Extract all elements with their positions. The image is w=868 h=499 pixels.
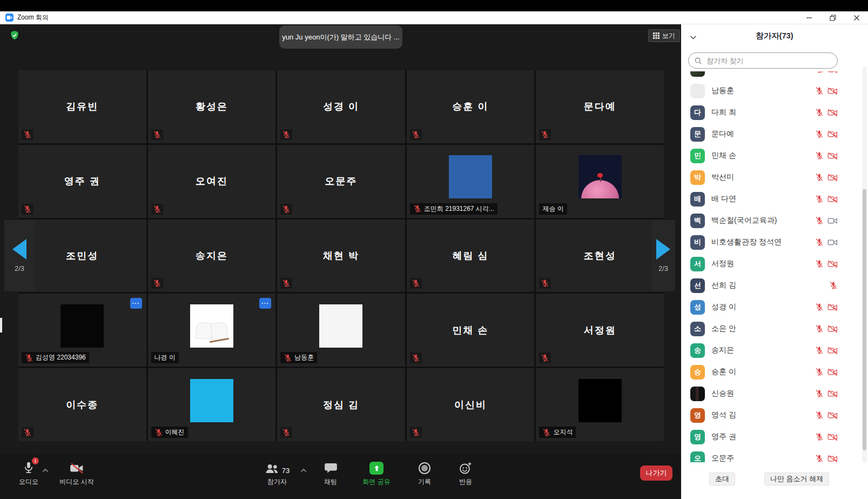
participant-row[interactable]: 백백순철(국어교육과) [681, 210, 841, 231]
invite-button[interactable]: 초대 [709, 473, 735, 485]
participant-row[interactable]: 영영주 권 [681, 426, 841, 448]
tile-name-label: 남동훈 [280, 352, 317, 363]
tile-mic-muted-icon [410, 352, 422, 363]
participant-row[interactable] [681, 71, 841, 80]
chat-button[interactable]: 채팅 [315, 460, 346, 487]
video-tile[interactable]: 혜림 심 [407, 219, 535, 292]
participants-button[interactable]: 73 참가자 [258, 460, 296, 487]
minimize-button[interactable] [805, 14, 813, 22]
tile-participant-name: 민채 손 [407, 294, 535, 367]
video-tile[interactable]: 오문주 [277, 145, 405, 218]
tile-mic-muted-icon [151, 204, 163, 215]
reactions-button[interactable]: 반응 [449, 460, 482, 487]
close-icon[interactable] [853, 14, 860, 22]
participant-row[interactable]: 소소은 안 [681, 318, 841, 340]
participant-search-box[interactable] [688, 52, 838, 69]
video-muted-icon [827, 130, 838, 138]
video-tile[interactable]: 승훈 이 [407, 70, 535, 143]
participant-row[interactable]: 문문다예 [681, 123, 841, 145]
participant-row[interactable]: 오오문주 [681, 448, 841, 462]
video-tile[interactable]: 성경 이 [277, 70, 405, 143]
page-indicator: 2/3 [658, 264, 668, 272]
participant-search-input[interactable] [705, 56, 832, 65]
video-tile[interactable]: 김성영 22034396··· [18, 294, 146, 367]
video-tile[interactable]: 제승 이 [536, 145, 664, 218]
security-shield-icon[interactable] [10, 30, 19, 43]
grid-next-page-button[interactable]: 2/3 [651, 220, 675, 291]
participant-row[interactable]: 민민채 손 [681, 145, 841, 167]
video-tile[interactable]: 김유빈 [18, 70, 146, 143]
participant-row[interactable]: 승승훈 이 [681, 361, 841, 383]
tile-name-label: 오지석 [539, 427, 576, 438]
video-tile[interactable]: 나경 이··· [148, 294, 276, 367]
zoom-app-icon [5, 14, 14, 22]
participant-row[interactable]: 선선희 김 [681, 275, 841, 296]
video-tile[interactable]: 이신비 [407, 368, 535, 441]
video-tile[interactable]: 조민희 21931267 시각... [407, 145, 535, 218]
view-button[interactable]: 보기 [648, 29, 680, 42]
participants-panel-footer: 초대 나만 음소거 해제 [681, 462, 868, 499]
video-tile[interactable]: 영주 권 [18, 145, 146, 218]
share-screen-button[interactable]: 화면 공유 [355, 460, 398, 487]
video-tile[interactable]: 채현 박 [277, 219, 405, 292]
video-tile[interactable]: 조현성 [536, 219, 664, 292]
participant-row[interactable]: 배배 다연 [681, 188, 841, 210]
tile-participant-name: 김성영 22034396 [36, 353, 86, 362]
tile-participant-name: 송지은 [148, 219, 276, 292]
participant-name: 신승원 [711, 389, 815, 398]
video-tile[interactable]: 서정원 [536, 294, 664, 367]
participant-name: 비호생활관장 정석연 [711, 237, 815, 247]
avatar: 문 [690, 127, 705, 142]
video-tile[interactable]: 남동훈 [277, 294, 405, 367]
avatar: 소 [690, 322, 705, 336]
mic-muted-icon [815, 238, 824, 247]
video-tile[interactable]: 정심 김 [277, 368, 405, 441]
participant-row[interactable]: 신승원 [681, 383, 841, 404]
grid-prev-page-button[interactable]: 2/3 [4, 220, 35, 291]
leave-button[interactable]: 나가기 [640, 465, 672, 481]
participant-name: 배 다연 [711, 194, 815, 204]
tile-more-options-button[interactable]: ··· [259, 298, 271, 309]
participant-name: 다희 최 [711, 108, 815, 117]
unmute-self-button[interactable]: 나만 음소거 해제 [764, 473, 829, 485]
video-tile[interactable]: 황성은 [148, 70, 276, 143]
participant-row[interactable]: 박박선미 [681, 167, 841, 188]
avatar: 승 [690, 365, 705, 380]
video-tile[interactable]: 조민성 [18, 219, 146, 292]
participant-name: 소은 안 [711, 324, 815, 334]
participant-row[interactable]: 성성경 이 [681, 296, 841, 318]
avatar: 선 [690, 278, 705, 293]
mic-muted-icon [815, 346, 824, 355]
video-tile[interactable]: 오지석 [536, 368, 664, 441]
video-tile[interactable]: 송지은 [148, 219, 276, 292]
participants-options-chevron[interactable] [300, 465, 307, 475]
audio-options-chevron[interactable] [42, 465, 49, 475]
tile-participant-name: 조민희 21931267 시각... [424, 204, 494, 214]
scrollbar-thumb[interactable] [863, 189, 866, 450]
participant-row[interactable]: 다다희 최 [681, 102, 841, 123]
participant-row[interactable]: 비비호생활관장 정석연 [681, 231, 841, 253]
tile-video-thumbnail [319, 304, 362, 348]
restore-button[interactable] [829, 14, 837, 22]
audio-button[interactable]: ! 오디오 [12, 460, 45, 487]
tile-more-options-button[interactable]: ··· [130, 298, 142, 309]
tile-mic-muted-icon [539, 352, 551, 363]
window-title: Zoom 회의 [17, 13, 49, 22]
video-tile[interactable]: 문다예 [536, 70, 664, 143]
participant-row[interactable]: 서서정원 [681, 253, 841, 275]
tile-participant-name: 정심 김 [277, 368, 405, 441]
participant-row[interactable]: 영영석 김 [681, 404, 841, 426]
participant-row[interactable]: 송송지은 [681, 340, 841, 361]
video-tile[interactable]: 민채 손 [407, 294, 535, 367]
participant-row[interactable]: 남동훈 [681, 80, 841, 102]
participants-scrollbar[interactable] [862, 66, 867, 465]
participant-name: 영주 권 [711, 432, 815, 442]
avatar: 영 [690, 408, 705, 423]
participants-panel: 참가자(73) 남동훈다다희 최문문다예민민채 손박박선미배배 다연백백순철(국… [681, 24, 868, 499]
video-tile[interactable]: 이혜진 [148, 368, 276, 441]
start-video-button[interactable]: 비디오 시작 [56, 460, 97, 487]
mic-muted-icon [815, 87, 824, 95]
record-button[interactable]: 기록 [409, 460, 440, 487]
video-tile[interactable]: 이수종 [18, 368, 146, 441]
video-tile[interactable]: 오여진 [148, 145, 276, 218]
